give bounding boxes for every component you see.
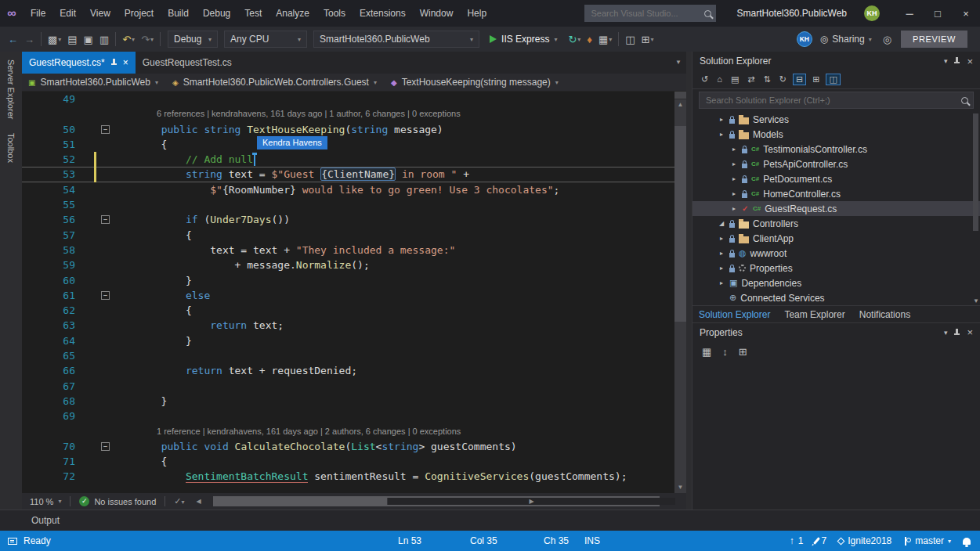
find-in-files-icon[interactable]: ◫ (622, 33, 638, 46)
menu-build[interactable]: Build (161, 0, 196, 27)
pending-changes-filter-icon[interactable]: ⇄ (745, 74, 757, 85)
repository-picker[interactable]: Ignite2018 (838, 535, 891, 546)
collapse-all-icon[interactable]: ⊟ (793, 74, 806, 85)
menu-test[interactable]: Test (237, 0, 269, 27)
output-label[interactable]: Output (31, 515, 60, 526)
expander-icon[interactable]: ▸ (730, 190, 738, 197)
expander-icon[interactable]: ◢ (718, 220, 725, 227)
preview-selected-icon[interactable]: ◫ (826, 74, 840, 85)
code-cleanup-icon[interactable]: ✓▾ (174, 496, 184, 506)
horizontal-scrollbar[interactable]: ◀ ▶ (193, 493, 686, 510)
refresh-browser-icon[interactable]: ↻▾ (565, 33, 584, 46)
save-all-icon[interactable]: ▥ (96, 33, 112, 46)
new-project-icon[interactable]: ▩▾ (45, 33, 64, 46)
close-icon[interactable]: × (967, 56, 973, 67)
tree-item-properties[interactable]: ▸Properties (693, 261, 980, 276)
fold-marker-icon[interactable]: − (101, 125, 110, 134)
refresh-icon[interactable]: ↻ (777, 74, 789, 85)
code-editor[interactable]: 496 references | kendrahavens, 161 days … (22, 92, 686, 493)
categorized-icon[interactable]: ▦ (699, 345, 714, 358)
close-icon[interactable]: × (123, 57, 128, 68)
code-line-49[interactable]: 49 (22, 92, 674, 106)
vertical-scrollbar[interactable]: ▲ ▼ (674, 92, 686, 493)
maximize-button[interactable]: □ (924, 0, 952, 27)
expander-icon[interactable]: ▸ (718, 235, 725, 242)
navigate-forward-icon[interactable]: → (21, 33, 38, 46)
code-line-71[interactable]: 71 { (22, 454, 674, 469)
expander-icon[interactable]: ▸ (718, 131, 725, 138)
expander-icon[interactable]: ▸ (718, 279, 725, 286)
home-icon[interactable]: ⌂ (714, 74, 725, 85)
menu-debug[interactable]: Debug (196, 0, 237, 27)
scroll-left-icon[interactable]: ◀ (193, 498, 205, 505)
menu-tools[interactable]: Tools (316, 0, 353, 27)
tree-item-guestrequest-cs[interactable]: ▸✓C#GuestRequest.cs (693, 201, 980, 216)
tree-item-petsapicontroller-cs[interactable]: ▸C#PetsApiController.cs (693, 157, 980, 171)
back-icon[interactable]: ↺ (699, 74, 711, 85)
show-all-files-icon[interactable]: ⊞ (810, 74, 822, 85)
code-line-65[interactable]: 65 (22, 348, 674, 363)
menu-view[interactable]: View (83, 0, 118, 27)
close-icon[interactable]: × (967, 326, 973, 338)
configuration-dropdown[interactable]: Debug▾ (168, 31, 218, 48)
dock-tab-server-explorer[interactable]: Server Explorer (6, 59, 16, 119)
code-line-62[interactable]: 62 { (22, 303, 674, 318)
user-avatar[interactable]: KH (864, 5, 880, 21)
menu-project[interactable]: Project (118, 0, 161, 27)
startup-project-dropdown[interactable]: SmartHotel360.PublicWeb▾ (313, 31, 479, 48)
codelens-info[interactable]: 6 references | kendrahavens, 161 days ag… (112, 106, 674, 121)
minimize-button[interactable]: ─ (895, 0, 924, 27)
chevron-down-icon[interactable]: ▾ (58, 498, 61, 505)
codelens-row[interactable]: 6 references | kendrahavens, 161 days ag… (22, 106, 674, 121)
fold-marker-icon[interactable]: − (101, 215, 110, 224)
notifications-bell-icon[interactable] (963, 538, 971, 545)
open-file-icon[interactable]: ▤ (64, 33, 80, 46)
fold-marker-icon[interactable]: − (101, 442, 110, 451)
menu-window[interactable]: Window (413, 0, 461, 27)
scroll-down-icon[interactable]: ▼ (973, 297, 979, 304)
code-line-68[interactable]: 68 } (22, 394, 674, 409)
code-line-61[interactable]: 61− else (22, 288, 674, 303)
undo-icon[interactable]: ↶▾ (119, 33, 138, 46)
tree-item-services[interactable]: ▸Services (693, 112, 980, 127)
debug-target-icon[interactable]: ▦▾ (595, 33, 615, 46)
chevron-down-icon[interactable]: ▾ (944, 57, 948, 65)
expander-icon[interactable]: ▸ (730, 146, 738, 153)
expander-icon[interactable]: ▸ (730, 175, 738, 182)
window-layout-icon[interactable]: ⊞▾ (638, 33, 657, 46)
preview-button[interactable]: PREVIEW (901, 31, 967, 48)
web-profiler-icon[interactable]: ♦ (584, 33, 595, 46)
document-list-icon[interactable]: ▼ (675, 59, 682, 66)
tree-item-models[interactable]: ▸Models (693, 127, 980, 142)
code-line-70[interactable]: 70− public void CalculateChocolate(List<… (22, 439, 674, 454)
pin-icon[interactable] (953, 328, 960, 337)
sync-active-document-icon[interactable]: ⇅ (761, 74, 773, 85)
platform-dropdown[interactable]: Any CPU▾ (224, 31, 307, 48)
menu-analyze[interactable]: Analyze (269, 0, 316, 27)
dock-tab-team-explorer[interactable]: Team Explorer (784, 309, 844, 320)
code-line-51[interactable]: 51 {Kendra Havens (22, 137, 674, 152)
scroll-down-icon[interactable]: ▼ (674, 482, 686, 493)
feedback-icon[interactable] (8, 538, 17, 545)
tree-item-wwwroot[interactable]: ▸◍wwwroot (693, 246, 980, 261)
breadcrumb-smarthotel360-publicweb[interactable]: ▣SmartHotel360.PublicWeb▾ (28, 77, 158, 88)
code-line-56[interactable]: 56− if (Under7Days()) (22, 212, 674, 227)
dock-tab-solution-explorer[interactable]: Solution Explorer (699, 309, 770, 320)
code-line-60[interactable]: 60 } (22, 273, 674, 288)
pin-icon[interactable] (953, 56, 960, 66)
close-button[interactable]: × (952, 0, 980, 27)
outgoing-commits[interactable]: ↑ 1 (790, 535, 804, 546)
editor-tab-guestrequest-cs[interactable]: GuestRequest.cs*× (22, 52, 136, 74)
navigate-back-icon[interactable]: ← (5, 33, 21, 46)
menu-help[interactable]: Help (460, 0, 494, 27)
live-share-icon[interactable]: ◎ (880, 33, 895, 46)
tree-item-controllers[interactable]: ◢Controllers (693, 216, 980, 231)
code-line-66[interactable]: 66 return text + requestDenied; (22, 363, 674, 378)
scrollbar-thumb[interactable] (674, 126, 686, 322)
fold-marker-icon[interactable]: − (101, 291, 110, 300)
property-pages-icon[interactable]: ⊞ (736, 345, 750, 358)
alphabetical-icon[interactable]: ↕ (719, 345, 731, 358)
switch-views-icon[interactable]: ▤ (729, 74, 741, 85)
quick-search-box[interactable] (584, 5, 716, 22)
sharing-button[interactable]: ◎ Sharing ▾ (814, 34, 878, 45)
